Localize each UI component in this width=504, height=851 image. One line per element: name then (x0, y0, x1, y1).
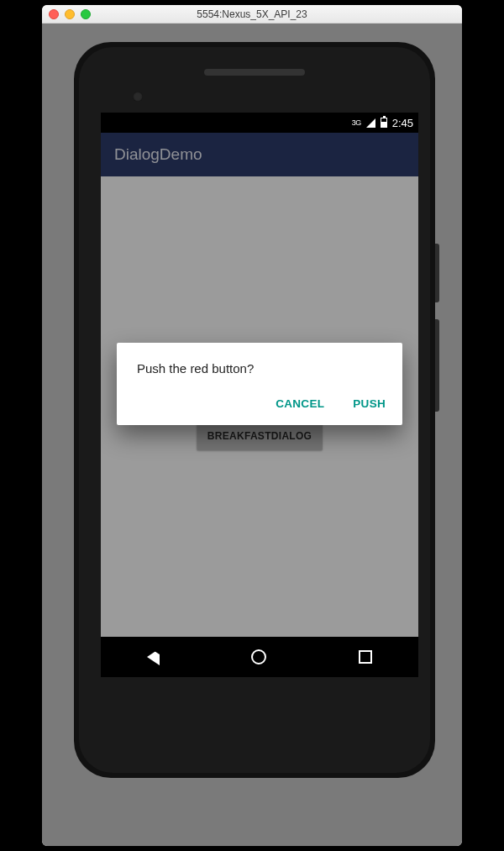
dialog-message: Push the red button? (117, 343, 402, 384)
nav-back-button[interactable] (147, 649, 160, 665)
alert-dialog: Push the red button? CANCEL PUSH (117, 343, 402, 425)
android-statusbar: 3G 2:45 (101, 113, 418, 133)
device-frame-inner: 3G 2:45 DialogDemo BREAKFASTDIALOG Push … (79, 47, 430, 773)
signal-icon (366, 118, 375, 128)
back-icon (147, 649, 160, 665)
window-title: 5554:Nexus_5X_API_23 (197, 8, 307, 20)
earpiece-icon (204, 69, 305, 76)
power-button[interactable] (435, 244, 439, 302)
dialog-actions: CANCEL PUSH (117, 384, 402, 425)
front-camera-icon (133, 92, 143, 102)
home-icon[interactable] (251, 649, 266, 665)
breakfast-dialog-button[interactable]: BREAKFASTDIALOG (197, 422, 323, 450)
clock-label: 2:45 (392, 117, 413, 129)
app-bar: DialogDemo (101, 133, 418, 176)
device-screen: 3G 2:45 DialogDemo BREAKFASTDIALOG Push … (101, 113, 418, 677)
push-button[interactable]: PUSH (344, 391, 394, 417)
minimize-icon[interactable] (65, 9, 75, 19)
emulator-window: 5554:Nexus_5X_API_23 3G 2:45 DialogDemo (42, 5, 462, 846)
close-icon[interactable] (49, 9, 59, 19)
network-label: 3G (352, 118, 361, 127)
recents-icon[interactable] (359, 650, 372, 664)
breakfast-dialog-button-label: BREAKFASTDIALOG (207, 430, 312, 442)
app-title: DialogDemo (114, 145, 202, 164)
mac-titlebar[interactable]: 5554:Nexus_5X_API_23 (42, 5, 462, 24)
battery-icon (381, 118, 387, 128)
volume-button[interactable] (435, 319, 439, 412)
android-navbar (101, 637, 418, 677)
zoom-icon[interactable] (81, 9, 91, 19)
emulator-canvas: 3G 2:45 DialogDemo BREAKFASTDIALOG Push … (42, 24, 462, 846)
device-frame: 3G 2:45 DialogDemo BREAKFASTDIALOG Push … (74, 42, 435, 778)
window-controls (49, 9, 91, 19)
cancel-button[interactable]: CANCEL (267, 391, 333, 417)
